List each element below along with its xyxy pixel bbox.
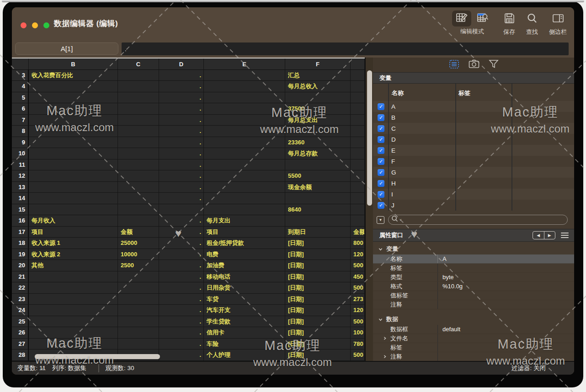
- grid-cell[interactable]: [118, 193, 159, 204]
- grid-cell[interactable]: 800: [351, 238, 365, 249]
- grid-cell[interactable]: [29, 327, 118, 339]
- camera-snapshot-icon[interactable]: [469, 59, 479, 70]
- row-header[interactable]: 10: [12, 148, 29, 159]
- save-button[interactable]: 保存: [503, 11, 515, 36]
- grid-cell[interactable]: 项目: [29, 227, 118, 238]
- variable-checkbox[interactable]: ✓: [378, 180, 384, 187]
- grid-cell[interactable]: .: [159, 137, 204, 148]
- property-row[interactable]: 数据框default: [373, 325, 574, 334]
- menu-icon[interactable]: [561, 233, 569, 238]
- grid-cell[interactable]: 个人护理: [204, 350, 285, 361]
- cell-reference-box[interactable]: A[1]: [15, 42, 118, 55]
- grid-cell[interactable]: [285, 193, 351, 204]
- grid-cell[interactable]: .: [159, 193, 204, 204]
- name-column-header[interactable]: 名称: [392, 89, 404, 97]
- grid-cell[interactable]: 信用卡: [204, 327, 285, 339]
- grid-cell[interactable]: [29, 193, 118, 204]
- grid-cell[interactable]: 每月总收入: [285, 81, 351, 92]
- property-row[interactable]: 类型byte: [373, 273, 574, 282]
- grid-cell[interactable]: 收入来源 1: [29, 238, 118, 249]
- variable-row[interactable]: ✓A: [373, 101, 574, 112]
- grid-cell[interactable]: .: [159, 170, 204, 182]
- property-row[interactable]: 标签: [373, 264, 574, 273]
- grid-cell[interactable]: [日期]: [285, 294, 351, 305]
- sidebar-toggle-button[interactable]: 侧边栏: [549, 11, 567, 36]
- grid-cell[interactable]: .: [159, 327, 204, 339]
- grid-cell[interactable]: [351, 159, 365, 171]
- grid-cell[interactable]: 10000: [118, 249, 159, 260]
- grid-cell[interactable]: [204, 126, 285, 137]
- grid-cell[interactable]: [日期]: [285, 260, 351, 271]
- prev-variable-button[interactable]: ◀: [533, 232, 544, 239]
- variable-row[interactable]: ✓E: [373, 145, 574, 156]
- formula-input[interactable]: .: [122, 42, 569, 55]
- grid-cell[interactable]: [118, 92, 159, 104]
- grid-cell[interactable]: [118, 115, 159, 126]
- grid-cell[interactable]: [351, 182, 365, 193]
- property-value[interactable]: %10.0g: [437, 282, 574, 291]
- grid-cell[interactable]: [日期]: [285, 350, 351, 361]
- variable-row[interactable]: ✓H: [373, 178, 574, 189]
- grid-cell[interactable]: .: [159, 115, 204, 126]
- grid-cell[interactable]: [351, 115, 365, 126]
- grid-cell[interactable]: [204, 159, 285, 171]
- grid-cell[interactable]: [118, 282, 159, 294]
- grid-cell[interactable]: [351, 137, 365, 148]
- column-header-F[interactable]: F: [285, 58, 351, 70]
- grid-cell[interactable]: 8640: [285, 204, 351, 216]
- grid-cell[interactable]: [日期]: [285, 339, 351, 350]
- filter-funnel-icon[interactable]: [489, 59, 499, 70]
- row-header[interactable]: 7: [12, 115, 29, 126]
- grid-cell[interactable]: [204, 193, 285, 204]
- grid-cell[interactable]: [日期]: [285, 316, 351, 328]
- grid-cell[interactable]: [日期]: [285, 305, 351, 316]
- row-header[interactable]: 21: [12, 271, 29, 283]
- grid-cell[interactable]: 每月总支出: [285, 115, 351, 126]
- grid-cell[interactable]: [351, 92, 365, 104]
- grid-cell[interactable]: 收入来源 2: [29, 249, 118, 260]
- grid-cell[interactable]: [118, 215, 159, 227]
- variable-row[interactable]: ✓I: [373, 189, 574, 200]
- row-header[interactable]: 13: [12, 182, 29, 193]
- grid-cell[interactable]: [351, 81, 365, 92]
- property-row[interactable]: 注释: [373, 352, 574, 361]
- grid-cell[interactable]: [204, 70, 285, 81]
- grid-cell[interactable]: [29, 115, 118, 126]
- grid-cell[interactable]: [118, 305, 159, 316]
- chevron-right-icon[interactable]: [383, 335, 388, 342]
- variable-checkbox[interactable]: ✓: [378, 191, 384, 198]
- grid-cell[interactable]: 120: [351, 249, 365, 260]
- grid-cell[interactable]: [118, 271, 159, 283]
- grid-cell[interactable]: 273: [351, 294, 365, 305]
- row-header[interactable]: 14: [12, 193, 29, 204]
- grid-cell[interactable]: 每月收入: [29, 215, 118, 227]
- variable-row[interactable]: ✓F: [373, 156, 574, 167]
- grid-cell[interactable]: 金额: [351, 227, 365, 238]
- variable-row[interactable]: ✓D: [373, 134, 574, 145]
- grid-cell[interactable]: [29, 92, 118, 104]
- grid-cell[interactable]: 金额: [118, 227, 159, 238]
- grid-cell[interactable]: .: [159, 103, 204, 115]
- grid-cell[interactable]: [351, 103, 365, 115]
- grid-cell[interactable]: .: [159, 81, 204, 92]
- row-header[interactable]: 11: [12, 159, 29, 171]
- grid-cell[interactable]: 租金/抵押贷款: [204, 238, 285, 249]
- grid-cell[interactable]: 移动电话: [204, 271, 285, 283]
- grid-cell[interactable]: 车险: [204, 339, 285, 350]
- property-section-header[interactable]: 变量: [373, 244, 574, 254]
- property-value[interactable]: [437, 264, 574, 272]
- grid-cell[interactable]: .: [159, 271, 204, 283]
- grid-cell[interactable]: 现金余额: [285, 182, 351, 193]
- grid-cell[interactable]: [204, 182, 285, 193]
- variable-checkbox[interactable]: ✓: [378, 147, 384, 154]
- grid-cell[interactable]: 23360: [285, 137, 351, 148]
- row-header[interactable]: 23: [12, 294, 29, 305]
- grid-cell[interactable]: [118, 81, 159, 92]
- variable-checkbox[interactable]: ✓: [378, 114, 384, 121]
- variable-checkbox[interactable]: ✓: [378, 169, 384, 176]
- grid-cell[interactable]: .: [159, 182, 204, 193]
- variable-row[interactable]: ✓B: [373, 112, 574, 123]
- property-row[interactable]: 标签: [373, 343, 574, 352]
- variable-row[interactable]: ✓G: [373, 167, 574, 178]
- variable-row[interactable]: ✓J: [373, 200, 574, 211]
